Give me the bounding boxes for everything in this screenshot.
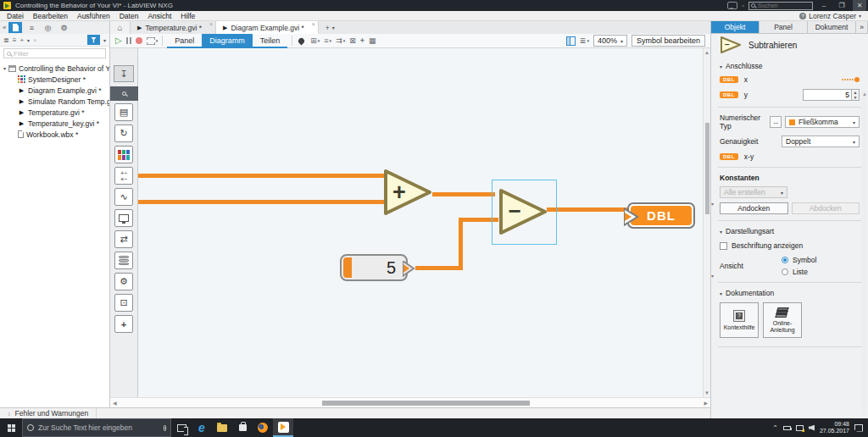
data-transfer-icon[interactable]: ⇄: [114, 230, 133, 248]
add-node[interactable]: +: [380, 165, 436, 219]
filter-input[interactable]: [14, 50, 98, 58]
section-dokumentation[interactable]: ▾ Dokumentation: [720, 289, 860, 297]
firefox-icon[interactable]: [253, 418, 273, 437]
tree-item[interactable]: ▶ Simulate Random Temp.gvi *: [0, 96, 109, 107]
section-expander-icon[interactable]: ▾: [720, 64, 722, 69]
file-explorer-icon[interactable]: [212, 418, 232, 437]
tree-item[interactable]: Workbook.wbx *: [0, 129, 109, 140]
navigation-pin-icon[interactable]: [298, 36, 306, 45]
section-darstellungsart[interactable]: ▾ Darstellungsart: [720, 227, 860, 235]
block-diagram-canvas[interactable]: + − 5: [138, 48, 710, 397]
titlebar-search[interactable]: [748, 2, 813, 10]
signal-analysis-icon[interactable]: ∿: [114, 188, 133, 206]
tree-item[interactable]: ▶ Temperature.gvi *: [0, 107, 109, 118]
close-tab-icon[interactable]: ×: [312, 21, 315, 27]
gears-icon[interactable]: ⚙: [114, 273, 133, 290]
scroll-right-icon[interactable]: ▶: [704, 400, 708, 406]
errors-warnings-tab[interactable]: ↕ Fehler und Warnungen: [0, 408, 97, 418]
create-constants-dropdown[interactable]: Alle erstellen ▾: [720, 186, 787, 198]
tab-teilen[interactable]: Teilen: [253, 34, 288, 47]
tray-expand-icon[interactable]: ⌃: [772, 424, 778, 432]
canvas-horizontal-scrollbar[interactable]: ◀ ▶: [110, 397, 710, 407]
tree-item[interactable]: ▶ Temperature_key.gvi *: [0, 118, 109, 129]
constant-value[interactable]: 5: [352, 258, 406, 278]
store-icon[interactable]: [232, 418, 253, 437]
target-view-button[interactable]: ◎: [41, 22, 54, 33]
wire-input-y[interactable]: [138, 200, 386, 204]
network-warning-icon[interactable]: [796, 425, 804, 431]
feedback-caret-icon[interactable]: ▾: [742, 3, 744, 8]
edge-icon[interactable]: e: [192, 418, 212, 437]
data-grid-icon[interactable]: [114, 146, 133, 163]
action-center-icon[interactable]: [854, 424, 863, 432]
feedback-bubble-icon[interactable]: [727, 2, 737, 9]
menu-bearbeiten[interactable]: Bearbeiten: [33, 12, 68, 20]
wire-subtract-to-indicator[interactable]: [547, 207, 632, 212]
menu-hilfe[interactable]: Hilfe: [181, 12, 195, 20]
tabs-overflow-button[interactable]: »: [856, 21, 868, 33]
delete-item-button[interactable]: ×: [33, 36, 37, 44]
restore-button[interactable]: ❐: [835, 0, 849, 11]
filter-box[interactable]: [3, 48, 106, 58]
canvas-vertical-scrollbar[interactable]: ▲ ▼: [703, 48, 710, 397]
tab-temperature[interactable]: ▶ Temperature.gvi * ×: [131, 21, 216, 34]
section-expander-icon[interactable]: ▾: [720, 229, 722, 235]
scrollbar-thumb[interactable]: [322, 401, 530, 406]
radio-liste[interactable]: [782, 268, 788, 275]
tree-root[interactable]: ▾ Controlling the Behavior of Your...: [0, 63, 109, 74]
context-help-button[interactable]: ? Kontexthilfe: [720, 302, 759, 338]
wire-input-x[interactable]: [138, 174, 386, 178]
menu-ansicht[interactable]: Ansicht: [147, 12, 171, 20]
minimize-button[interactable]: –: [817, 0, 831, 11]
palette-search-button[interactable]: [110, 86, 138, 101]
panel-scrollbar[interactable]: ▲: [861, 91, 867, 415]
arrange-button[interactable]: ⊞▾: [310, 36, 320, 45]
list-view-button[interactable]: ≡: [25, 22, 38, 33]
scroll-left-icon[interactable]: ◀: [113, 400, 117, 406]
move-button[interactable]: +: [360, 36, 364, 45]
scrollbar-thumb[interactable]: [705, 123, 709, 214]
run-button[interactable]: ▷: [115, 36, 122, 45]
resize-button[interactable]: ⊠: [349, 36, 356, 45]
loop-structure-icon[interactable]: ↻: [114, 124, 133, 142]
online-manual-button[interactable]: Online-Anleitung: [763, 302, 802, 338]
undock-button[interactable]: Abdocken: [792, 202, 860, 214]
home-tab[interactable]: ⌂: [110, 21, 131, 34]
tab-objekt[interactable]: Objekt: [711, 21, 760, 33]
add-palette-icon[interactable]: +: [114, 315, 133, 333]
microphone-icon[interactable]: [164, 425, 166, 431]
adapt-type-button[interactable]: ↔: [770, 116, 782, 128]
user-menu[interactable]: ? Lorenz Casper ▾: [799, 12, 861, 20]
add-item-button[interactable]: +: [19, 36, 24, 44]
outline-button[interactable]: ≣▾: [580, 36, 589, 45]
numeric-type-dropdown[interactable]: Fließkomma ▾: [785, 116, 860, 128]
dbl-indicator[interactable]: DBL: [627, 202, 695, 229]
cleanup-diagram-button[interactable]: ▦: [369, 36, 376, 45]
show-label-checkbox[interactable]: [720, 242, 727, 250]
tree-item[interactable]: SystemDesigner *: [0, 74, 109, 85]
expander-icon[interactable]: ▾: [3, 65, 6, 71]
y-value-input[interactable]: [803, 89, 852, 101]
tab-diagramm[interactable]: Diagramm: [202, 34, 253, 47]
pause-button[interactable]: [126, 37, 131, 44]
dock-button[interactable]: Andocken: [720, 202, 788, 214]
menu-datei[interactable]: Datei: [7, 12, 24, 20]
precision-dropdown[interactable]: Doppelt ▾: [782, 136, 860, 147]
tab-dokument[interactable]: Dokument: [808, 21, 856, 33]
distribute-button[interactable]: ⇉▾: [336, 36, 345, 45]
start-button[interactable]: [0, 418, 22, 437]
capture-region-button[interactable]: ▾: [147, 37, 159, 45]
files-view-button[interactable]: [8, 22, 22, 33]
filter-caret-icon[interactable]: ▾: [103, 37, 106, 43]
panel-toggle-icon[interactable]: [566, 36, 576, 46]
edit-symbol-button[interactable]: Symbol bearbeiten: [632, 35, 705, 47]
zoom-select[interactable]: 400% ▾: [593, 35, 627, 47]
tools-view-button[interactable]: ⚙: [57, 22, 70, 33]
collapse-all-icon[interactable]: ≡: [13, 36, 17, 44]
tree-item[interactable]: ▶ Diagram Example.gvi *: [0, 85, 109, 96]
tab-diagram-example[interactable]: ▶ Diagram Example.gvi * ×: [216, 21, 319, 34]
cortana-search[interactable]: Zur Suche Text hier eingeben: [22, 418, 171, 437]
task-view-button[interactable]: [171, 418, 192, 437]
scroll-up-icon[interactable]: ▲: [862, 91, 867, 97]
scroll-up-icon[interactable]: ▲: [704, 50, 709, 55]
